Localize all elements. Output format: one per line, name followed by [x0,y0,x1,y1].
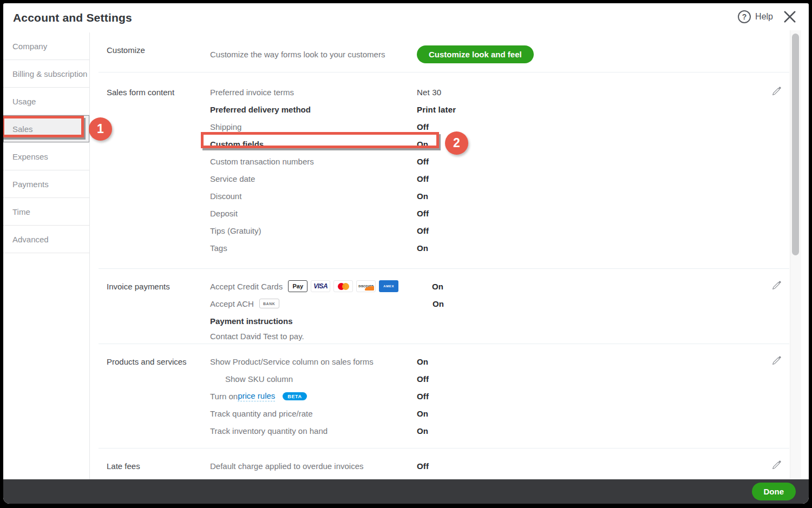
account-settings-dialog: Account and Settings ? Help Company Bill… [3,3,809,504]
setting-value: Off [417,374,429,384]
pencil-icon [771,355,782,366]
payment-instructions-text-row: Contact David Test to pay. [210,329,789,342]
settings-content: Customize Customize the way forms look t… [90,32,809,479]
setting-row: Show SKU column Off [210,370,789,387]
setting-value: Off [417,174,429,183]
scrollbar-thumb[interactable] [792,34,799,255]
setting-value: On [417,243,428,253]
settings-sidebar: Company Billing & subscription Usage Sal… [3,32,90,479]
section-sales-form-content: Sales form content Preferred invoice ter… [99,72,789,269]
setting-row: Show Product/Service column on sales for… [210,353,789,370]
edit-invoice-payments-button[interactable] [771,280,782,293]
edit-late-fees-button[interactable] [771,460,782,473]
bank-badge: BANK [259,299,279,308]
setting-row: Track quantity and price/rate On [210,405,789,422]
header-actions: ? Help [738,10,797,24]
sidebar-item-payments[interactable]: Payments [3,170,89,198]
setting-value: Off [417,392,429,401]
close-icon [783,10,797,24]
sidebar-item-company[interactable]: Company [3,32,89,60]
amex-icon: AMEX [379,280,398,292]
setting-row: Preferred invoice terms Net 30 [210,83,789,101]
payment-instructions-title-row: Payment instructions [210,312,789,329]
setting-row: Accept Credit Cards Pay VISA DISCOVER AM… [210,278,789,295]
setting-value: Off [417,226,429,235]
customize-row: Customize the way forms look to your cus… [210,45,789,63]
close-button[interactable] [783,10,797,24]
setting-value: Net 30 [417,88,441,97]
setting-value: On [433,299,789,308]
card-brand-icons: Pay VISA DISCOVER AMEX [288,280,398,292]
page-title: Account and Settings [13,11,132,24]
section-invoice-payments: Invoice payments Accept Credit Cards Pay… [99,269,789,344]
pencil-icon [771,86,782,97]
late-fees-note-row: Appears as a line under Product/Service … [210,474,789,479]
setting-row: Tags On [210,239,789,256]
footer-bar: Done [3,479,809,504]
edit-products-services-button[interactable] [771,355,782,368]
setting-value: On [417,140,428,149]
help-label: Help [755,12,773,22]
setting-value: Off [417,157,429,166]
beta-badge: BETA [283,392,306,400]
customize-look-and-feel-button[interactable]: Customize look and feel [417,45,534,63]
done-button[interactable]: Done [752,483,796,500]
sidebar-item-advanced[interactable]: Advanced [3,226,89,253]
sidebar-item-billing-subscription[interactable]: Billing & subscription [3,60,89,88]
setting-row: Shipping Off [210,118,789,135]
section-title: Customize [107,45,145,55]
sidebar-item-time[interactable]: Time [3,198,89,226]
apple-pay-icon: Pay [288,280,307,292]
setting-row: Preferred delivery method Print later [210,101,789,118]
setting-row: Service date Off [210,170,789,187]
setting-value: Off [417,209,429,218]
help-icon: ? [738,10,751,23]
discover-icon: DISCOVER [356,280,376,292]
setting-row: Default charge applied to overdue invoic… [210,457,789,474]
setting-value: On [417,426,428,436]
section-title: Sales form content [107,88,174,97]
section-customize: Customize Customize the way forms look t… [99,32,789,72]
section-products-and-services: Products and services Show Product/Servi… [99,344,789,448]
section-title: Invoice payments [107,282,170,291]
setting-value: Print later [417,105,456,114]
setting-row: Track inventory quantity on hand On [210,422,789,439]
setting-row: Tips (Gratuity) Off [210,222,789,239]
setting-value: On [417,357,428,366]
help-button[interactable]: ? Help [738,10,773,23]
setting-row: Custom transaction numbers Off [210,153,789,170]
setting-row-custom-fields: Custom fields On [210,135,789,153]
section-late-fees: Late fees Default charge applied to over… [99,448,789,479]
section-title: Products and services [107,357,187,366]
visa-icon: VISA [311,280,330,292]
setting-value: On [432,282,789,291]
setting-value: On [417,192,428,201]
price-rules-link[interactable]: price rules [238,391,275,401]
setting-value: On [417,409,428,418]
sidebar-item-usage[interactable]: Usage [3,88,89,115]
mastercard-icon [333,280,353,292]
setting-row: Deposit Off [210,204,789,222]
setting-row-price-rules: Turn on price rules BETA Off [210,387,789,405]
pencil-icon [771,460,782,471]
setting-value: Off [417,461,429,471]
customize-description: Customize the way forms look to your cus… [210,50,417,59]
edit-sales-form-content-button[interactable] [771,86,782,99]
section-title: Late fees [107,461,140,471]
sidebar-item-sales[interactable]: Sales [3,115,89,143]
setting-row: Accept ACH BANK On [210,295,789,312]
scrollbar-track[interactable] [790,30,801,479]
setting-row: Discount On [210,187,789,204]
pencil-icon [771,280,782,291]
setting-value: Off [417,122,429,131]
sidebar-item-expenses[interactable]: Expenses [3,143,89,170]
